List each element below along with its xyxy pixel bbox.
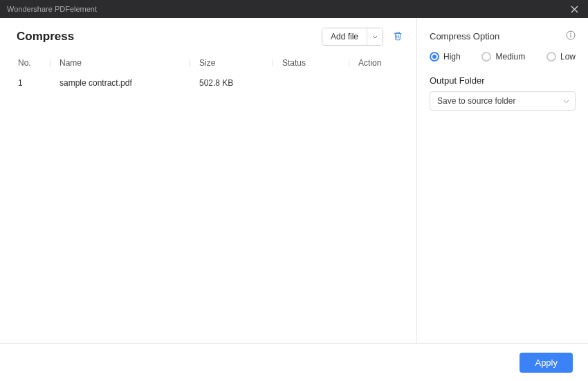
compress-option-title: Compress Option <box>430 31 499 41</box>
radio-indicator <box>546 52 556 62</box>
col-header-size: Size <box>190 58 273 68</box>
remove-file-button[interactable] <box>392 30 404 43</box>
close-button[interactable] <box>560 0 588 18</box>
add-file-group: Add file <box>322 28 383 46</box>
main-body: Compress Add file No. Name Size Status A… <box>0 18 588 343</box>
col-header-status: Status <box>273 58 349 68</box>
info-icon <box>566 30 576 40</box>
add-file-button[interactable]: Add file <box>322 28 367 45</box>
cell-action <box>349 78 404 88</box>
page-title: Compress <box>17 30 74 44</box>
col-header-no: No. <box>17 58 50 68</box>
add-file-dropdown-button[interactable] <box>367 28 383 45</box>
radio-indicator <box>481 52 491 62</box>
col-header-action: Action <box>349 58 404 68</box>
table-row[interactable]: 1 sample contract.pdf 502.8 KB <box>17 73 404 92</box>
radio-indicator <box>430 52 439 62</box>
window-title: Wondershare PDFelement <box>7 5 97 13</box>
left-header: Compress Add file <box>17 28 404 46</box>
output-folder-value: Save to source folder <box>437 96 515 106</box>
radio-high[interactable]: High <box>430 52 461 62</box>
cell-size: 502.8 KB <box>190 78 273 88</box>
apply-button[interactable]: Apply <box>520 353 573 373</box>
col-header-name: Name <box>50 58 190 68</box>
radio-low-label: Low <box>560 52 576 62</box>
radio-high-label: High <box>443 52 461 62</box>
cell-status <box>273 78 349 88</box>
output-folder-select[interactable]: Save to source folder <box>430 91 576 111</box>
trash-icon <box>392 30 403 41</box>
radio-medium[interactable]: Medium <box>481 52 525 62</box>
info-button[interactable] <box>566 30 576 42</box>
svg-point-1 <box>570 32 571 34</box>
right-panel: Compress Option High Medium Low Output F… <box>417 18 588 343</box>
table-header: No. Name Size Status Action <box>17 54 404 73</box>
close-icon <box>571 6 578 13</box>
radio-medium-label: Medium <box>495 52 525 62</box>
footer: Apply <box>0 343 588 381</box>
right-header: Compress Option <box>430 30 576 42</box>
left-panel: Compress Add file No. Name Size Status A… <box>0 18 417 343</box>
cell-name: sample contract.pdf <box>50 78 190 88</box>
left-header-actions: Add file <box>322 28 404 46</box>
radio-low[interactable]: Low <box>546 52 576 62</box>
cell-no: 1 <box>17 78 50 88</box>
compression-level-group: High Medium Low <box>430 52 576 62</box>
chevron-down-icon <box>372 35 378 39</box>
output-folder-label: Output Folder <box>430 75 576 86</box>
chevron-down-icon <box>563 96 569 106</box>
titlebar: Wondershare PDFelement <box>0 0 588 18</box>
